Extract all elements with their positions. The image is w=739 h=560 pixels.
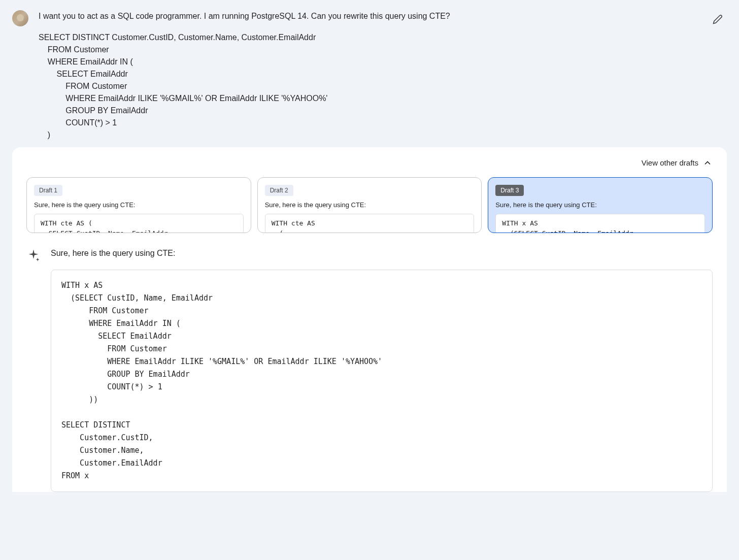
chevron-up-icon [702, 158, 713, 168]
user-prompt-text: I want you to act as a SQL code programm… [39, 10, 698, 22]
draft-code-preview: WITH cte AS ( SELECT CustID, Name, Email… [34, 214, 244, 233]
draft-badge: Draft 2 [265, 185, 293, 196]
draft-preview-text: Sure, here is the query using CTE: [265, 200, 475, 210]
chat-container: I want you to act as a SQL code programm… [0, 0, 739, 502]
draft-preview-text: Sure, here is the query using CTE: [495, 200, 705, 210]
response-panel: View other drafts Draft 1 Sure, here is … [12, 147, 727, 492]
user-message-content: I want you to act as a SQL code programm… [39, 10, 698, 141]
response-intro-text: Sure, here is the query using CTE: [51, 247, 713, 259]
response-content: Sure, here is the query using CTE: WITH … [51, 247, 713, 492]
view-drafts-label: View other drafts [642, 157, 698, 169]
draft-badge: Draft 1 [34, 185, 62, 196]
user-sql-query: SELECT DISTINCT Customer.CustID, Custome… [39, 31, 698, 141]
view-drafts-toggle[interactable]: View other drafts [26, 157, 713, 169]
draft-badge: Draft 3 [495, 185, 524, 196]
response-code-block: WITH x AS (SELECT CustID, Name, EmailAdd… [51, 270, 713, 492]
draft-preview-text: Sure, here is the query using CTE: [34, 200, 244, 210]
draft-card-2[interactable]: Draft 2 Sure, here is the query using CT… [257, 177, 482, 233]
edit-icon[interactable] [709, 10, 727, 32]
user-message-block: I want you to act as a SQL code programm… [12, 10, 727, 141]
response-body: Sure, here is the query using CTE: WITH … [26, 247, 713, 492]
drafts-row: Draft 1 Sure, here is the query using CT… [26, 177, 713, 233]
draft-code-preview: WITH cte AS ( [265, 214, 475, 233]
draft-code-preview: WITH x AS (SELECT CustID, Name, EmailAdd… [495, 214, 705, 233]
sparkle-icon [26, 248, 41, 262]
user-avatar[interactable] [12, 10, 28, 26]
draft-card-1[interactable]: Draft 1 Sure, here is the query using CT… [26, 177, 251, 233]
draft-card-3[interactable]: Draft 3 Sure, here is the query using CT… [488, 177, 713, 233]
